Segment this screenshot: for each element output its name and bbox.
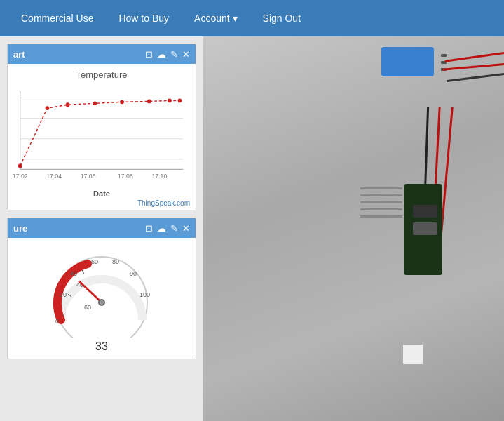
- svg-point-6: [18, 164, 22, 168]
- svg-point-11: [147, 99, 151, 103]
- x-axis-label: Date: [13, 189, 190, 198]
- svg-point-34: [100, 300, 104, 305]
- edit-icon[interactable]: ✎: [170, 223, 178, 234]
- share-icon[interactable]: ⊡: [145, 49, 153, 60]
- close-icon[interactable]: ✕: [182, 223, 190, 234]
- hardware-photo: [203, 36, 504, 421]
- svg-text:20: 20: [60, 291, 67, 298]
- svg-text:60: 60: [84, 304, 91, 311]
- svg-point-13: [178, 99, 182, 103]
- temperature-chart-header: art ⊡ ☁ ✎ ✕: [8, 44, 196, 64]
- temperature-chart-icons: ⊡ ☁ ✎ ✕: [145, 49, 190, 60]
- svg-point-7: [46, 106, 50, 110]
- svg-text:60: 60: [91, 258, 98, 265]
- svg-point-10: [120, 100, 124, 104]
- chart-content: Temperature: [8, 64, 196, 210]
- svg-text:100: 100: [139, 291, 150, 298]
- svg-text:17:10: 17:10: [151, 173, 167, 180]
- chart-svg: 17:02 17:04 17:06 17:08 17:10: [13, 83, 190, 181]
- nav-sign-out[interactable]: Sign Out: [253, 7, 311, 29]
- svg-text:90: 90: [130, 270, 137, 277]
- chart-area: 17:02 17:04 17:06 17:08 17:10: [13, 83, 190, 188]
- navbar: Commercial Use How to Buy Account ▾ Sign…: [0, 0, 504, 36]
- main-layout: art ⊡ ☁ ✎ ✕ Temperature: [0, 36, 504, 421]
- right-panel: [203, 36, 504, 421]
- nav-account[interactable]: Account ▾: [184, 7, 247, 29]
- svg-text:17:08: 17:08: [118, 173, 133, 180]
- share-icon[interactable]: ⊡: [145, 223, 153, 234]
- svg-text:40: 40: [70, 270, 77, 277]
- svg-text:17:06: 17:06: [81, 173, 96, 180]
- svg-point-9: [93, 101, 97, 105]
- svg-point-8: [66, 102, 70, 107]
- temperature-chart-title: art: [13, 49, 25, 60]
- svg-point-12: [168, 99, 172, 103]
- gauge-content: 0 20 40 60 80 90 100 60 40: [8, 238, 196, 359]
- svg-text:17:02: 17:02: [13, 173, 28, 180]
- nav-how-to-buy[interactable]: How to Buy: [109, 7, 179, 29]
- gauge-value: 33: [95, 340, 108, 353]
- svg-text:80: 80: [112, 258, 119, 265]
- temperature-chart-widget: art ⊡ ☁ ✎ ✕ Temperature: [7, 44, 196, 210]
- thingspeak-brand: ThingSpeak.com: [13, 199, 190, 207]
- gauge-title: ure: [13, 223, 27, 234]
- gauge-header: ure ⊡ ☁ ✎ ✕: [8, 218, 196, 238]
- gauge-svg: 0 20 40 60 80 90 100 60 40: [46, 246, 158, 338]
- svg-text:17:04: 17:04: [46, 173, 62, 180]
- chart-title: Temperature: [13, 69, 190, 80]
- comment-icon[interactable]: ☁: [157, 49, 166, 60]
- gauge-icons: ⊡ ☁ ✎ ✕: [145, 223, 190, 234]
- gauge-widget: ure ⊡ ☁ ✎ ✕: [7, 218, 196, 359]
- close-icon[interactable]: ✕: [182, 49, 190, 60]
- svg-text:0: 0: [55, 318, 59, 325]
- edit-icon[interactable]: ✎: [170, 49, 178, 60]
- comment-icon[interactable]: ☁: [157, 223, 166, 234]
- left-panel: art ⊡ ☁ ✎ ✕ Temperature: [0, 36, 203, 421]
- nav-commercial-use[interactable]: Commercial Use: [11, 7, 103, 29]
